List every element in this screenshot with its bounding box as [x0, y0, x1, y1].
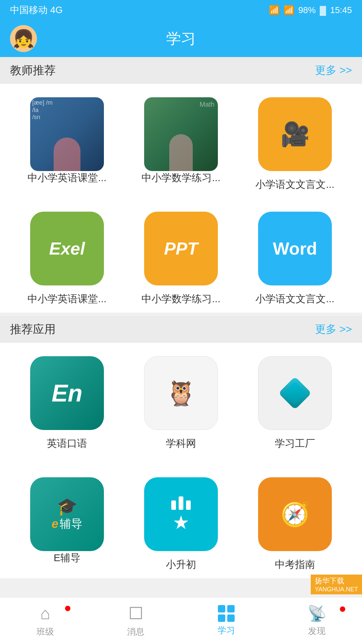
efudao-e-letter: e — [52, 517, 58, 531]
item-label-compass: 中考指南 — [275, 558, 315, 572]
nav-item-class[interactable]: ⌂ 班级 — [0, 604, 90, 638]
teacher-row-1: [æe] /m/la/sn 中小学英语课堂... Math 中小学数学练习... — [0, 84, 362, 198]
class-notification-dot — [65, 606, 70, 611]
video-thumb-2: Math — [144, 97, 218, 171]
item-label-word: 小学语文文言文... — [255, 292, 334, 306]
nav-item-discover[interactable]: 📡 发现 — [272, 604, 362, 637]
efudao-cap-icon: 🎓 — [57, 497, 77, 516]
carrier-text: 中国移动 4G — [10, 4, 63, 16]
video-thumb-1: [æe] /m/la/sn — [30, 97, 104, 171]
item-label-2: 中小学数学练习... — [141, 171, 220, 185]
item-label-diamond: 学习工厂 — [275, 437, 315, 450]
header: 学习 — [0, 20, 362, 57]
grid-icon — [218, 605, 235, 622]
list-item[interactable]: 🦉 学科网 — [134, 356, 228, 450]
teacher-recommend-title: 教师推荐 — [10, 63, 56, 78]
app-icon-compass: 🧭 — [258, 477, 332, 551]
nav-label-study: 学习 — [218, 625, 235, 636]
video-bg-1: [æe] /m/la/sn — [30, 97, 104, 171]
efudao-fudao-text: 辅导 — [60, 516, 82, 532]
page-title: 学习 — [166, 29, 196, 49]
item-label-ppt: 中小学数学练习... — [141, 292, 220, 306]
satellite-icon: 📡 — [307, 604, 326, 623]
item-label-3: 小学语文文言文... — [255, 178, 334, 192]
nav-item-message[interactable]: ☐ 消息 — [90, 604, 181, 638]
battery-icon: ▓ — [320, 5, 326, 15]
list-item[interactable]: Math 中小学数学练习... — [134, 97, 228, 192]
signal-icon: 📶 — [284, 5, 294, 15]
recommended-apps-more[interactable]: 更多 >> — [315, 322, 352, 337]
list-item[interactable]: ★ 小升初 — [134, 477, 228, 572]
camera-icon: 🎥 — [281, 120, 310, 148]
item-label-xiaoshenchu: 小升初 — [166, 558, 196, 572]
item-label-exel: 中小学英语课堂... — [27, 292, 106, 306]
app-icon-efudao: 🎓 e 辅导 — [30, 477, 104, 551]
item-label-owl: 学科网 — [166, 437, 196, 450]
app-icon-ppt: PPT — [144, 212, 218, 285]
nav-label-class: 班级 — [37, 626, 54, 638]
watermark: 扬华下载 YANGHUA.NET — [311, 575, 362, 594]
item-label-en: 英语口语 — [47, 437, 87, 450]
diamond-container — [280, 378, 310, 408]
apps-row-1: En 英语口语 🦉 学科网 学习工厂 — [0, 343, 362, 457]
teacher-recommend-header: 教师推荐 更多 >> — [0, 57, 362, 84]
ppt-icon: PPT — [164, 238, 198, 259]
nav-item-study[interactable]: 学习 — [181, 605, 272, 636]
efudao-label-row: e 辅导 — [52, 516, 82, 532]
message-icon: ☐ — [128, 604, 143, 623]
grid-cell-4 — [227, 614, 235, 622]
grid-cell-1 — [218, 605, 225, 612]
grid-cell-3 — [218, 614, 225, 622]
bars-icon — [171, 496, 191, 510]
avatar[interactable] — [10, 25, 37, 52]
owl-icon: 🦉 — [166, 379, 196, 408]
status-bar: 中国移动 4G 📶 📶 98% ▓ 15:45 — [0, 0, 362, 20]
recommended-apps-title: 推荐应用 — [10, 322, 56, 337]
watermark-text: 扬华下载 — [315, 577, 344, 585]
home-icon: ⌂ — [40, 604, 50, 623]
xiaoshenchu-icon: ★ — [171, 496, 191, 532]
exel-icon: Exel — [49, 238, 85, 259]
app-icon-en: En — [30, 356, 104, 430]
list-item[interactable]: En 英语口语 — [20, 356, 114, 450]
row-separator-2 — [0, 457, 362, 464]
watermark-subtext: YANGHUA.NET — [315, 586, 358, 593]
nav-label-message: 消息 — [127, 626, 144, 638]
apps-row-2: 🎓 e 辅导 E辅导 ★ 小升初 🧭 中考指南 — [0, 464, 362, 578]
teacher-recommend-more[interactable]: 更多 >> — [315, 63, 352, 78]
discover-notification-dot — [340, 606, 345, 612]
status-right: 📶 📶 98% ▓ 15:45 — [269, 5, 352, 15]
app-icon-camera: 🎥 — [258, 97, 332, 171]
bar3 — [186, 500, 191, 510]
nav-label-discover: 发现 — [308, 625, 325, 637]
time-text: 15:45 — [330, 5, 352, 15]
video-board-text: Math — [200, 101, 215, 108]
star-symbol: ★ — [173, 513, 189, 532]
list-item[interactable]: 🎓 e 辅导 E辅导 — [20, 477, 114, 572]
grid-cell-2 — [227, 605, 235, 612]
list-item[interactable]: Exel 中小学英语课堂... — [20, 212, 114, 306]
app-icon-diamond — [258, 356, 332, 430]
bottom-nav: ⌂ 班级 ☐ 消息 学习 📡 发现 — [0, 597, 362, 644]
list-item[interactable]: Word 小学语文文言文... — [248, 212, 342, 306]
app-icon-xiaoshenchu: ★ — [144, 477, 218, 551]
avatar-image — [10, 25, 37, 52]
list-item[interactable]: [æe] /m/la/sn 中小学英语课堂... — [20, 97, 114, 192]
bar1 — [171, 500, 176, 510]
bar2 — [179, 496, 183, 510]
en-icon: En — [52, 379, 82, 407]
wifi-icon: 📶 — [269, 5, 280, 15]
recommended-apps-header: 推荐应用 更多 >> — [0, 316, 362, 343]
teacher-row-2: Exel 中小学英语课堂... PPT 中小学数学练习... Word 小学语文… — [0, 205, 362, 313]
video-text-1: [æe] /m/la/sn — [32, 99, 53, 121]
app-icon-word: Word — [258, 212, 332, 285]
compass-icon: 🧭 — [281, 500, 310, 528]
list-item[interactable]: 学习工厂 — [248, 356, 342, 450]
list-item[interactable]: 🎥 小学语文文言文... — [248, 97, 342, 192]
list-item[interactable]: PPT 中小学数学练习... — [134, 212, 228, 306]
battery-text: 98% — [298, 5, 316, 15]
app-icon-owl: 🦉 — [144, 356, 218, 430]
word-icon: Word — [273, 238, 317, 259]
video-bg-2: Math — [144, 97, 218, 171]
list-item[interactable]: 🧭 中考指南 — [248, 477, 342, 572]
